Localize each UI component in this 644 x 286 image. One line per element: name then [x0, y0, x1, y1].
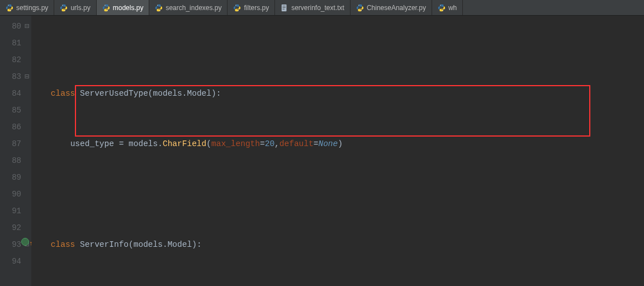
text-file-icon [281, 4, 288, 12]
python-icon [60, 4, 68, 12]
svg-point-0 [8, 4, 8, 5]
svg-point-9 [238, 10, 239, 10]
code-line[interactable]: class ServerInfo(models.Model): [31, 236, 644, 253]
tab-urls[interactable]: urls.py [54, 0, 96, 15]
tab-filters[interactable]: filters.py [228, 0, 275, 15]
code-editor[interactable]: 808182838485868788899091929394 ⊟ ⊟ ⊟ ↑ c… [0, 16, 644, 286]
fold-column: ⊟ ⊟ ⊟ [23, 18, 30, 270]
svg-point-7 [160, 10, 160, 10]
svg-rect-11 [283, 6, 286, 6]
svg-rect-12 [283, 7, 286, 8]
tab-label: settings.py [16, 4, 48, 12]
editor-tabs: settings.py urls.py models.py search_ind… [0, 0, 644, 16]
svg-point-14 [358, 4, 359, 5]
fold-toggle[interactable]: ⊟ [23, 18, 30, 35]
svg-point-5 [107, 10, 107, 10]
tab-search-indexes[interactable]: search_indexes.py [149, 0, 228, 15]
svg-rect-13 [283, 8, 285, 9]
code-line[interactable]: used_type = models.CharField(max_length=… [31, 135, 644, 152]
gutter: 808182838485868788899091929394 ⊟ ⊟ ⊟ ↑ [0, 16, 31, 286]
svg-point-8 [236, 4, 236, 5]
tab-label: ChineseAnalyzer.py [367, 4, 426, 12]
code-area[interactable]: class ServerUsedType(models.Model): used… [31, 16, 644, 286]
svg-point-3 [65, 10, 65, 10]
tab-label: wh [448, 4, 457, 12]
tab-chinese-analyzer[interactable]: ChineseAnalyzer.py [351, 0, 432, 15]
code-line[interactable] [31, 186, 644, 203]
tab-wh[interactable]: wh [432, 0, 463, 15]
python-icon [155, 4, 163, 12]
code-line[interactable]: class ServerUsedType(models.Model): [31, 85, 644, 102]
svg-point-1 [11, 10, 11, 10]
svg-point-2 [63, 4, 63, 5]
tab-label: models.py [113, 4, 144, 12]
python-icon [233, 4, 241, 12]
tab-serverinfo-text[interactable]: serverinfo_text.txt [275, 0, 351, 15]
svg-point-16 [440, 4, 441, 5]
python-icon [438, 4, 446, 12]
fold-toggle[interactable]: ⊟ [23, 68, 30, 85]
tab-label: urls.py [70, 4, 90, 12]
tab-settings[interactable]: settings.py [0, 0, 54, 15]
tab-models[interactable]: models.py [97, 0, 150, 15]
svg-point-4 [105, 4, 105, 5]
python-icon [6, 4, 13, 12]
svg-point-6 [158, 4, 158, 5]
svg-point-15 [361, 10, 361, 10]
tab-label: search_indexes.py [165, 4, 221, 12]
tab-label: serverinfo_text.txt [291, 4, 344, 12]
python-icon [102, 4, 110, 12]
tab-label: filters.py [244, 4, 269, 12]
run-gutter-icon[interactable] [21, 238, 29, 246]
python-icon [356, 4, 364, 12]
svg-point-17 [443, 10, 443, 10]
